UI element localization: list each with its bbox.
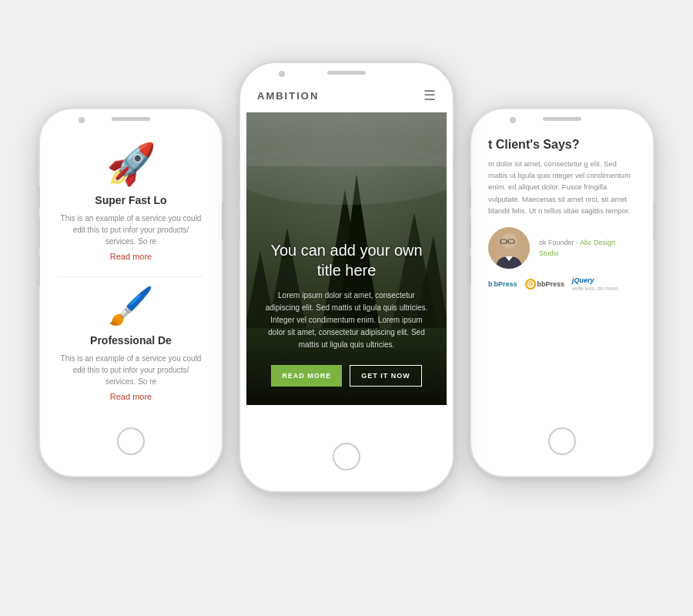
testimonial-body: m dolor sit amet, consectetur g elit. Se… — [488, 158, 636, 216]
hero-title: You can add your own title here — [246, 240, 447, 280]
hero-buttons: READ MORE GET IT NOW — [271, 365, 422, 387]
brand-name: AMBITION — [257, 90, 319, 102]
read-more-link-1[interactable]: Read more — [59, 252, 203, 261]
side-button-power-r — [653, 202, 656, 240]
center-phone-screen: AMBITION ☰ — [246, 79, 447, 434]
side-button-mute-c — [237, 140, 240, 162]
testimonial-section-title: t Client's Says? — [488, 138, 636, 152]
author-role: ok Founder - Abc Design Studio — [539, 237, 636, 259]
side-button-power — [222, 202, 225, 240]
service-2-desc: This is an example of a service you coul… — [59, 353, 203, 387]
jquery-logo: jQuery write less, do more. — [572, 276, 619, 292]
side-button-vol-down-r — [468, 256, 471, 286]
phone-bottom-right — [471, 418, 653, 466]
side-button-vol-up-c — [237, 171, 240, 202]
center-navbar: AMBITION ☰ — [246, 79, 447, 112]
service-1-title: Super Fast Lo — [59, 194, 203, 206]
right-phone-screen: t Client's Says? m dolor sit amet, conse… — [477, 126, 647, 418]
phone-bottom-center — [240, 434, 453, 481]
bbpress-logo: Ⓗ bbPress — [525, 279, 565, 290]
service-1-card: 🚀 Super Fast Lo This is an example of a … — [59, 141, 203, 261]
wp-text: b — [488, 280, 493, 288]
paint-brush-icon: 🖌️ — [59, 285, 203, 328]
side-button-power-c — [453, 156, 456, 194]
home-button-left[interactable] — [117, 427, 145, 455]
testimonial-author: ok Founder - Abc Design Studio — [488, 227, 636, 269]
read-more-hero-button[interactable]: READ MORE — [271, 365, 342, 387]
phone-right: t Client's Says? m dolor sit amet, conse… — [470, 108, 654, 477]
side-button-vol-up-r — [468, 217, 471, 248]
hero-section: You can add your own title here Lorem ip… — [246, 112, 447, 405]
wp-label: bPress — [494, 280, 517, 288]
phone-bottom-left — [40, 418, 222, 466]
phone-speaker-center — [327, 71, 366, 75]
author-info: ok Founder - Abc Design Studio — [539, 237, 636, 259]
bbpress-label: bbPress — [537, 280, 565, 288]
divider — [59, 276, 203, 277]
hamburger-menu-icon[interactable]: ☰ — [424, 87, 436, 104]
phone-top-bar-right — [471, 109, 653, 126]
side-button-vol-down-c — [237, 209, 240, 240]
phone-left: 🚀 Super Fast Lo This is an example of a … — [38, 108, 223, 477]
bbpress-icon: Ⓗ — [525, 279, 536, 290]
phone-speaker-left — [112, 117, 150, 121]
read-more-link-2[interactable]: Read more — [59, 392, 203, 401]
wordpress-logo: b bPress — [488, 280, 517, 288]
hero-body-text: Lorem ipsum dolor sit amet, consectetur … — [246, 290, 447, 351]
left-phone-screen: 🚀 Super Fast Lo This is an example of a … — [46, 126, 216, 418]
phone-camera-right — [510, 117, 516, 123]
phone-camera-center — [279, 71, 285, 77]
service-2-title: Professional De — [59, 334, 203, 346]
get-it-now-button[interactable]: GET IT NOW — [350, 365, 422, 387]
side-button-mute-r — [468, 186, 471, 208]
side-button-mute — [37, 186, 40, 208]
phone-camera-left — [79, 117, 85, 123]
rocket-icon: 🚀 — [59, 141, 203, 188]
phone-top-bar-center — [240, 63, 453, 79]
home-button-center[interactable] — [333, 443, 360, 470]
service-2-card: 🖌️ Professional De This is an example of… — [59, 285, 203, 401]
avatar-svg — [488, 227, 530, 269]
logos-row: b bPress Ⓗ bbPress jQuery write less, do… — [488, 276, 636, 292]
service-1-desc: This is an example of a service you coul… — [59, 213, 203, 247]
phone-top-bar-left — [40, 109, 222, 126]
phone-speaker-right — [543, 117, 581, 121]
side-button-vol-up — [37, 217, 40, 248]
phones-container: 🚀 Super Fast Lo This is an example of a … — [15, 15, 678, 601]
author-avatar — [488, 227, 530, 269]
phone-center: AMBITION ☰ — [239, 62, 454, 493]
side-button-vol-down — [37, 256, 40, 286]
home-button-right[interactable] — [548, 427, 576, 455]
jquery-label: jQuery write less, do more. — [572, 276, 619, 292]
hero-overlay: You can add your own title here Lorem ip… — [246, 112, 447, 405]
